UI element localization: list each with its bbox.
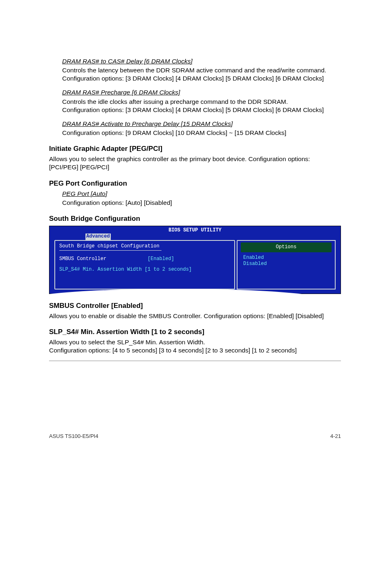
bios-right-panel: Options Enabled Disabled — [237, 240, 336, 290]
bios-tab-advanced[interactable]: Advanced — [85, 233, 111, 240]
bios-options-list: Enabled Disabled — [238, 255, 335, 267]
initiate-heading: Initiate Graphic Adapter [PEG/PCI] — [49, 144, 341, 153]
bios-box: BIOS SETUP UTILITY Advanced South Bridge… — [49, 226, 341, 294]
peg-port-body: Configuration options: [Auto] [Disabled] — [62, 199, 341, 207]
slp-s4-body-1: Allows you to select the SLP_S4# Min. As… — [49, 338, 341, 346]
ras-cas-heading: DRAM RAS# to CAS# Delay [6 DRAM Clocks] — [62, 58, 193, 65]
peg-port-cfg-heading: PEG Port Configuration — [49, 179, 341, 188]
footer-left: ASUS TS100-E5/PI4 — [49, 433, 98, 440]
slp-s4-body-2: Configuration options: [4 to 5 seconds] … — [49, 346, 341, 355]
page-footer: ASUS TS100-E5/PI4 4-21 — [49, 431, 341, 440]
bios-row-label: SMBUS Controller — [59, 256, 106, 262]
bios-row-value: [Enabled] — [148, 256, 174, 262]
bios-row-smbus[interactable]: SMBUS Controller [Enabled] — [59, 256, 230, 263]
ras-precharge-body-1: Controls the idle clocks after issuing a… — [62, 98, 341, 106]
bios-option-enabled[interactable]: Enabled — [243, 255, 329, 261]
bios-section-title: South Bridge chipset Configuration — [59, 243, 230, 250]
ras-activate-body: Configuration options: [9 DRAM Clocks] [… — [62, 129, 341, 137]
bios-row-label: SLP_S4# Min. Assertion Width — [59, 267, 142, 272]
bios-left-panel: South Bridge chipset Configuration SMBUS… — [54, 240, 235, 290]
ras-activate-heading: DRAM RAS# Activate to Precharge Delay [1… — [62, 120, 233, 127]
bios-curve-decor — [49, 289, 302, 294]
initiate-body: Allows you to select the graphics contro… — [49, 155, 341, 171]
bios-row-slp[interactable]: SLP_S4# Min. Assertion Width [1 to 2 sec… — [59, 267, 230, 273]
bios-row-value: [1 to 2 seconds] — [145, 267, 192, 272]
ras-precharge-body-2: Configuration options: [3 DRAM Clocks] [… — [62, 106, 341, 114]
peg-port-subheading: PEG Port [Auto] — [62, 190, 107, 197]
ras-precharge-heading: DRAM RAS# Precharge [6 DRAM Clocks] — [62, 89, 180, 96]
footer-divider — [49, 361, 341, 361]
bios-underline — [59, 250, 161, 251]
ras-cas-body-2: Configuration options: [3 DRAM Clocks] [… — [62, 74, 341, 83]
smbus-heading: SMBUS Controller [Enabled] — [49, 301, 341, 310]
peg-port-indent: PEG Port [Auto] Configuration options: [… — [49, 190, 341, 207]
ras-cas-body-1: Controls the latency between the DDR SDR… — [62, 66, 341, 74]
smbus-body: Allows you to enable or disable the SMBU… — [49, 312, 341, 320]
footer-right: 4-21 — [330, 433, 341, 440]
bios-options-header: Options — [241, 242, 332, 252]
slp-s4-heading: SLP_S4# Min. Assertion Width [1 to 2 sec… — [49, 328, 341, 337]
bios-screenshot: BIOS SETUP UTILITY Advanced South Bridge… — [49, 226, 341, 294]
south-bridge-heading: South Bridge Configuration — [49, 214, 341, 223]
indent-block: DRAM RAS# to CAS# Delay [6 DRAM Clocks] … — [49, 57, 341, 137]
page-container: DRAM RAS# to CAS# Delay [6 DRAM Clocks] … — [0, 0, 390, 440]
bios-option-disabled[interactable]: Disabled — [243, 261, 329, 267]
